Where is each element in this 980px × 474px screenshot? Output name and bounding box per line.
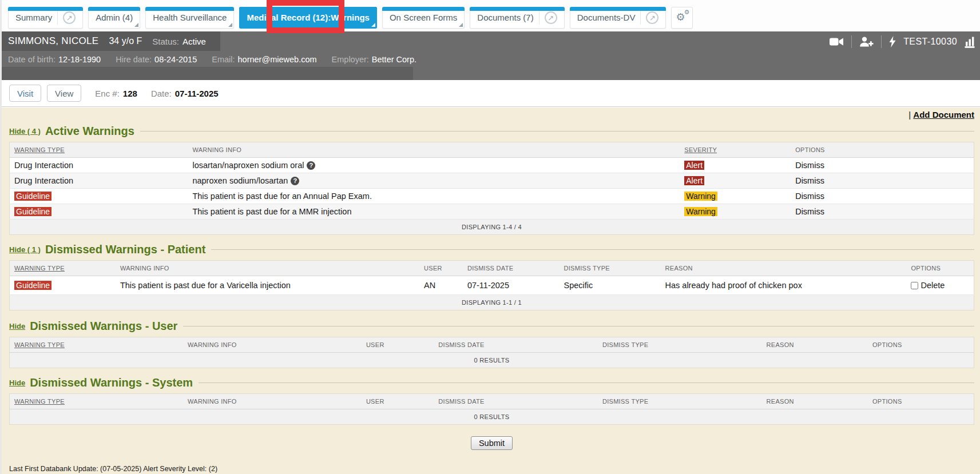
dismiss-reason: Has already had proof of chicken pox — [661, 276, 907, 295]
section-title: Dismissed Warnings - User — [30, 320, 177, 333]
tab-medical-record-warnings[interactable]: Medical Record (12):Warnings — [239, 7, 376, 29]
dismiss-link[interactable]: Dismiss — [795, 176, 824, 185]
view-button[interactable]: View — [47, 85, 81, 102]
column-header-user: USER — [362, 394, 434, 409]
tab-divider — [640, 11, 641, 25]
add-document-row: | Add Document — [9, 110, 974, 121]
add-user-icon[interactable] — [859, 37, 874, 47]
column-header-user: USER — [362, 337, 434, 353]
delete-checkbox[interactable] — [911, 282, 918, 289]
column-header-warning-type[interactable]: WARNING TYPE — [14, 146, 65, 153]
hide-dismissed-patient-link[interactable]: Hide ( 1 ) — [9, 245, 41, 254]
help-icon[interactable]: ? — [307, 161, 315, 170]
dismiss-type: Specific — [560, 276, 661, 295]
bar-chart-icon[interactable] — [965, 36, 979, 48]
guideline-badge: Guideline — [14, 281, 51, 290]
tab-label: Admin (4) — [96, 13, 133, 22]
dismissed-system-table: WARNING TYPE WARNING INFO USER DISMISS D… — [9, 393, 974, 425]
warnings-content: | Add Document Hide ( 4 ) Active Warning… — [0, 107, 980, 474]
column-header-reason: REASON — [762, 337, 868, 353]
severity-badge: Alert — [684, 176, 704, 185]
visit-button[interactable]: Visit — [9, 85, 41, 102]
severity-badge: Alert — [684, 161, 704, 170]
tab-documents-dv[interactable]: Documents-DV ↗ — [570, 7, 666, 29]
hide-dismissed-user-link[interactable]: Hide — [9, 322, 25, 330]
column-header-options: OPTIONS — [791, 142, 974, 158]
window-edge — [0, 0, 2, 474]
tab-label: Summary — [15, 13, 52, 22]
lightning-bolt-icon[interactable] — [889, 36, 896, 47]
dismiss-link[interactable]: Dismiss — [795, 161, 824, 170]
column-header-warning-info: WARNING INFO — [116, 261, 419, 276]
open-in-new-icon[interactable]: ↗ — [63, 11, 76, 24]
email-label: Email: — [212, 55, 235, 64]
dob-label: Date of birth: — [8, 55, 55, 64]
tab-bar: Summary ↗ Admin (4) Health Surveillance … — [0, 0, 980, 31]
encounter-bar: Visit View Enc #: 128 Date: 07-11-2025 — [0, 80, 980, 107]
column-header-options: OPTIONS — [868, 337, 974, 353]
table-header-row: WARNING TYPE WARNING INFO SEVERITY OPTIO… — [10, 142, 974, 158]
hide-active-warnings-link[interactable]: Hide ( 4 ) — [9, 127, 41, 136]
dob-value: 12-18-1990 — [58, 55, 101, 64]
column-header-dismiss-type: DISMISS TYPE — [560, 261, 661, 276]
column-header-severity[interactable]: SEVERITY — [684, 146, 717, 153]
patient-name: SIMMONS, NICOLE — [8, 35, 98, 47]
column-header-dismiss-type: DISMISS TYPE — [598, 337, 762, 353]
active-warnings-heading: Hide ( 4 ) Active Warnings — [9, 124, 974, 138]
warning-info: naproxen sodium/losartan — [192, 176, 288, 185]
dismissed-patient-table: WARNING TYPE WARNING INFO USER DISMISS D… — [9, 260, 974, 310]
tab-divider — [539, 11, 539, 25]
table-row: Guideline This patient is past due for a… — [10, 276, 974, 295]
section-title: Dismissed Warnings - Patient — [45, 243, 205, 256]
add-document-link[interactable]: Add Document — [913, 110, 974, 120]
tab-label: Documents (7) — [477, 13, 533, 22]
settings-button[interactable]: ⚙ ⚙ — [671, 7, 693, 29]
hide-dismissed-system-link[interactable]: Hide — [9, 379, 25, 387]
table-row: Drug Interaction naproxen sodium/losarta… — [10, 173, 974, 189]
warning-info: This patient is past due for a MMR injec… — [188, 204, 680, 220]
divider — [851, 35, 852, 48]
patient-age-sex: 34 y/o F — [109, 36, 142, 46]
column-header-warning-type[interactable]: WARNING TYPE — [14, 265, 65, 272]
column-header-warning-type[interactable]: WARNING TYPE — [14, 398, 65, 405]
warning-type: Drug Interaction — [10, 173, 188, 189]
patient-id: TEST-10030 — [903, 37, 957, 47]
open-in-new-icon[interactable]: ↗ — [646, 11, 658, 24]
tab-on-screen-forms[interactable]: On Screen Forms — [382, 7, 465, 29]
table-row: Drug Interaction losartan/naproxen sodiu… — [10, 158, 974, 173]
column-header-dismiss-date: DISMISS DATE — [434, 394, 598, 409]
column-header-dismiss-date: DISMISS DATE — [463, 261, 560, 276]
heading-rule — [140, 131, 974, 132]
hire-date-label: Hire date: — [116, 55, 152, 64]
heading-rule — [211, 249, 974, 250]
dismiss-date: 07-11-2025 — [463, 276, 560, 295]
webchart-app: Summary ↗ Admin (4) Health Surveillance … — [0, 0, 980, 474]
submit-button[interactable]: Submit — [471, 436, 513, 450]
empty-results: 0 RESULTS — [10, 353, 974, 368]
column-header-reason: REASON — [661, 261, 907, 276]
tab-health-surveillance[interactable]: Health Surveillance — [145, 7, 234, 29]
dismissed-user-table: WARNING TYPE WARNING INFO USER DISMISS D… — [9, 337, 974, 368]
video-camera-icon[interactable] — [830, 37, 844, 46]
dismiss-link[interactable]: Dismiss — [795, 207, 824, 216]
section-title: Active Warnings — [45, 125, 134, 138]
tab-admin[interactable]: Admin (4) — [88, 7, 140, 29]
section-title: Dismissed Warnings - System — [30, 376, 193, 389]
column-header-dismiss-type: DISMISS TYPE — [598, 394, 762, 409]
open-in-new-icon[interactable]: ↗ — [545, 11, 557, 24]
dismissed-patient-heading: Hide ( 1 ) Dismissed Warnings - Patient — [9, 242, 974, 257]
patient-header: SIMMONS, NICOLE 34 y/o F Status: Active … — [0, 31, 980, 80]
patient-demographics: Date of birth:12-18-1990 Hire date:08-24… — [8, 55, 416, 64]
column-header-warning-type[interactable]: WARNING TYPE — [14, 341, 65, 348]
help-icon[interactable]: ? — [291, 177, 299, 185]
warning-info: losartan/naproxen sodium oral — [192, 161, 304, 170]
tab-summary[interactable]: Summary ↗ — [8, 7, 83, 29]
active-warnings-table: WARNING TYPE WARNING INFO SEVERITY OPTIO… — [9, 142, 974, 235]
dismiss-link[interactable]: Dismiss — [795, 192, 824, 201]
employer-value: Better Corp. — [372, 55, 416, 64]
header-shading — [0, 67, 413, 80]
dismissed-system-heading: Hide Dismissed Warnings - System — [9, 375, 974, 390]
enc-date-value: 07-11-2025 — [175, 89, 219, 98]
separator: | — [908, 110, 911, 120]
tab-documents[interactable]: Documents (7) ↗ — [470, 7, 564, 29]
